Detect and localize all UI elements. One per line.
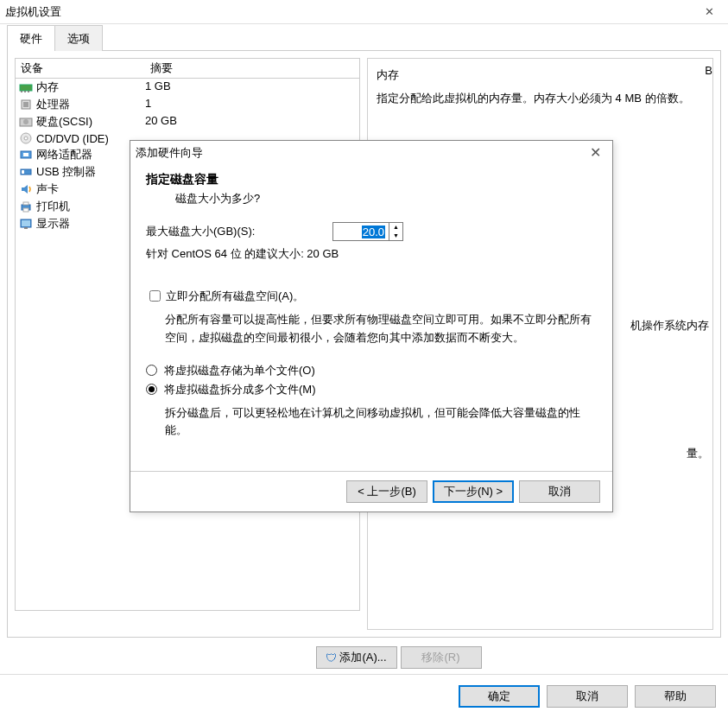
partial-mb-text: B [705,64,712,77]
wizard-cancel-button[interactable]: 取消 [519,480,600,503]
device-name: CD/DVD (IDE) [36,132,109,145]
svg-rect-18 [22,220,30,226]
footer: 确定 取消 帮助 [0,674,728,718]
titlebar: 虚拟机设置 ✕ [0,0,728,24]
svg-point-7 [23,119,28,124]
sound-icon [19,182,33,196]
device-name: 显示器 [36,216,70,232]
ok-button-label: 确定 [488,689,510,704]
max-disk-size-row: 最大磁盘大小(GB)(S): 20.0 ▲▼ [146,222,598,241]
cancel-button-label: 取消 [576,689,598,704]
nic-icon [19,148,33,162]
svg-point-9 [24,137,28,140]
device-name: 内存 [36,79,59,95]
group-title: 内存 [377,67,704,83]
single-file-label: 将虚拟磁盘存储为单个文件(O) [164,363,315,378]
list-item[interactable]: 硬盘(SCSI) 20 GB [16,113,359,130]
allocate-now-checkbox[interactable] [149,290,161,302]
wizard-button-bar: < 上一步(B) 下一步(N) > 取消 [130,472,612,511]
wizard-titlebar: 添加硬件向导 ✕ [130,141,612,165]
cancel-button[interactable]: 取消 [547,685,628,708]
next-button-label: 下一步(N) > [444,484,503,499]
col-summary-header[interactable]: 摘要 [145,59,359,78]
help-button[interactable]: 帮助 [635,685,716,708]
back-button-label: < 上一步(B) [358,484,416,499]
svg-rect-5 [23,102,28,107]
single-file-row[interactable]: 将虚拟磁盘存储为单个文件(O) [146,363,598,378]
add-button-label: 添加(A)... [339,650,386,665]
device-name: 处理器 [36,97,70,112]
wizard-heading: 指定磁盘容量 [146,172,598,187]
tab-bar: 硬件 选项 [0,24,728,50]
partial-os-text: 机操作系统内存 [630,318,709,334]
allocate-now-row[interactable]: 立即分配所有磁盘空间(A)。 [146,288,598,304]
max-disk-size-input[interactable]: 20.0 [332,222,389,241]
device-name: USB 控制器 [36,164,96,180]
window-title: 虚拟机设置 [5,4,61,20]
wizard-body: 指定磁盘容量 磁盘大小为多少? 最大磁盘大小(GB)(S): 20.0 ▲▼ 针… [130,165,612,464]
svg-rect-13 [22,170,24,174]
disk-size-spinner[interactable]: ▲▼ [389,222,403,241]
split-file-explain: 拆分磁盘后，可以更轻松地在计算机之间移动虚拟机，但可能会降低大容量磁盘的性能。 [165,404,598,441]
printer-icon [19,200,33,213]
device-name: 网络适配器 [36,147,92,162]
device-name: 硬盘(SCSI) [36,114,92,130]
close-icon[interactable]: ✕ [690,0,728,24]
svg-rect-3 [28,91,29,92]
tab-hardware[interactable]: 硬件 [7,25,55,51]
svg-rect-0 [20,85,32,91]
allocate-now-label: 立即分配所有磁盘空间(A)。 [166,289,304,304]
partial-amount-text: 量。 [687,446,709,461]
remove-button-label: 移除(R) [421,650,459,665]
max-disk-size-value: 20.0 [362,226,385,238]
cd-icon [19,131,33,145]
next-button[interactable]: 下一步(N) > [433,480,514,503]
wizard-title: 添加硬件向导 [136,145,203,161]
svg-rect-15 [23,202,28,205]
cpu-icon [19,98,33,111]
spin-up-icon[interactable]: ▲ [389,223,402,232]
device-summary: 20 GB [145,114,356,130]
list-item[interactable]: 内存 1 GB [16,79,359,96]
display-icon [19,217,33,231]
list-item[interactable]: 处理器 1 [16,96,359,113]
svg-rect-16 [23,208,28,212]
split-file-label: 将虚拟磁盘拆分成多个文件(M) [164,382,316,397]
help-button-label: 帮助 [664,689,687,704]
hdd-icon [19,115,33,129]
allocate-now-explain: 分配所有容量可以提高性能，但要求所有物理磁盘空间立即可用。如果不立即分配所有空间… [165,311,598,347]
device-name: 打印机 [36,199,70,214]
tab-options-label: 选项 [67,32,90,45]
spin-down-icon[interactable]: ▼ [389,232,402,240]
wizard-subheading: 磁盘大小为多少? [175,191,598,207]
wizard-cancel-label: 取消 [548,484,571,499]
max-disk-size-label: 最大磁盘大小(GB)(S): [146,224,332,239]
hardware-list-header: 设备 摘要 [16,59,359,79]
device-summary: 1 [145,97,356,112]
recommended-size: 针对 CentOS 64 位 的建议大小: 20 GB [146,246,598,262]
usb-icon [19,165,33,179]
col-device-header[interactable]: 设备 [16,59,145,78]
tab-hardware-label: 硬件 [20,32,42,45]
split-file-radio[interactable] [146,384,157,395]
split-file-row[interactable]: 将虚拟磁盘拆分成多个文件(M) [146,382,598,397]
svg-rect-1 [21,91,22,92]
memory-icon [19,80,33,94]
device-button-bar: 🛡添加(A)... 移除(R) [0,646,728,669]
svg-rect-11 [23,153,28,156]
add-button[interactable]: 🛡添加(A)... [316,646,397,669]
remove-button: 移除(R) [401,646,482,669]
shield-icon: 🛡 [326,651,337,664]
vm-settings-window: 虚拟机设置 ✕ 硬件 选项 设备 摘要 内存 1 GB 处理器 1 硬盘( [0,0,728,718]
tab-options[interactable]: 选项 [54,25,103,51]
svg-rect-19 [24,227,28,229]
single-file-radio[interactable] [146,365,157,376]
wizard-close-icon[interactable]: ✕ [579,143,611,163]
device-name: 声卡 [36,181,59,197]
device-summary: 1 GB [145,79,356,95]
add-hardware-wizard: 添加硬件向导 ✕ 指定磁盘容量 磁盘大小为多少? 最大磁盘大小(GB)(S): … [130,140,613,512]
back-button[interactable]: < 上一步(B) [346,480,427,503]
svg-rect-2 [24,91,26,92]
ok-button[interactable]: 确定 [459,685,540,708]
group-text: 指定分配给此虚拟机的内存量。内存大小必须为 4 MB 的倍数。 [377,90,704,107]
